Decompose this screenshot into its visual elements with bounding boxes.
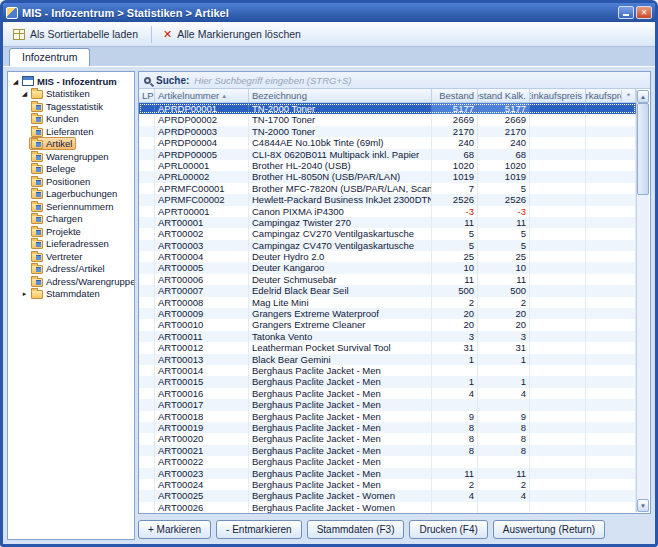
tree-item-tagesstatistik[interactable]: Tagesstatistik [9, 100, 133, 113]
cell-bestand [432, 502, 478, 513]
table-row[interactable]: ART00001Campingaz Twister 2701111 [139, 217, 636, 228]
column-header-artikelnummer[interactable]: Artikelnummer▲ [155, 89, 249, 102]
vertical-scrollbar[interactable]: ▲ ▼ [636, 90, 649, 512]
table-row[interactable]: ART00009Grangers Extreme Waterproof2020 [139, 308, 636, 319]
tree-item-projekte[interactable]: Projekte [9, 225, 133, 238]
cell-einkaufspreis [530, 160, 586, 171]
tree-item-chargen[interactable]: Chargen [9, 213, 133, 226]
auswertung-button[interactable]: Auswertung (Return) [493, 520, 605, 539]
table-row[interactable]: ART00005Deuter Kangaroo1010 [139, 262, 636, 273]
clear-marks-button[interactable]: ✕ Alle Markierungen löschen [157, 25, 309, 43]
table-row[interactable]: ART00007Edelrid Black Bear Seil500500 [139, 285, 636, 296]
table-icon [13, 29, 25, 40]
close-button[interactable]: ✕ [636, 6, 652, 19]
column-header-lp[interactable]: LP [139, 89, 155, 102]
load-sorttable-button[interactable]: Als Sortiertabelle laden [7, 25, 146, 43]
cell-verkaufspreis [586, 479, 636, 490]
cell-bezeichnung: Mag Lite Mini [249, 297, 432, 308]
table-row[interactable]: APRMFC00002Hewlett-Packard Business InkJ… [139, 194, 636, 205]
table-row[interactable]: ART00012Leatherman Pocket Survival Tool3… [139, 342, 636, 353]
table-row[interactable]: ART00010Grangers Extreme Cleaner2020 [139, 319, 636, 330]
table-row[interactable]: ART00013Black Bear Gemini11 [139, 354, 636, 365]
tree-branch-stammdaten[interactable]: ▸Stammdaten [9, 288, 133, 301]
table-row[interactable]: APRDP00003TN-2000 Toner21702170 [139, 126, 636, 137]
stammdaten-button[interactable]: Stammdaten (F3) [307, 520, 405, 539]
scroll-track[interactable] [637, 103, 649, 499]
expand-icon[interactable]: ◢ [11, 78, 20, 85]
tree-item-label: Vertreter [46, 251, 82, 262]
table-row[interactable]: APRL00001Brother HL-2040 (USB)10201020 [139, 160, 636, 171]
expand-icon[interactable]: ▸ [20, 290, 29, 297]
cell-lp [139, 422, 155, 433]
cell-lp [139, 206, 155, 217]
table-row[interactable]: ART00023Berghaus Paclite Jacket - Men111… [139, 468, 636, 479]
scroll-thumb[interactable] [637, 103, 649, 195]
tree-root[interactable]: ◢MIS - Infozentrum [9, 75, 133, 88]
table-row[interactable]: APRDP00004C4844AE No.10bk Tinte (69ml)24… [139, 137, 636, 148]
tab-infozentrum[interactable]: Infozentrum [9, 48, 90, 66]
cell-bestand [432, 365, 478, 376]
tree-branch-statistiken[interactable]: ◢Statistiken [9, 88, 133, 101]
column-chooser-button[interactable]: * [621, 90, 635, 103]
tree-item-lieferadressen[interactable]: Lieferadressen [9, 238, 133, 251]
table-row[interactable]: APRDP00005CLI-8X 0620B011 Multipack inkl… [139, 149, 636, 160]
table-row[interactable]: ART00016Berghaus Paclite Jacket - Men44 [139, 388, 636, 399]
tree-item-kunden[interactable]: Kunden [9, 113, 133, 126]
table-row[interactable]: APRDP00001TN-2000 Toner51775177 [139, 103, 636, 114]
column-header-label: Artikelnummer [158, 90, 219, 101]
tree-item-seriennummern[interactable]: Seriennummern [9, 200, 133, 213]
tree-item-artikel[interactable]: Artikel [9, 138, 133, 151]
tree-item-warengruppen[interactable]: Warengruppen [9, 150, 133, 163]
drucken-button[interactable]: Drucken (F4) [409, 520, 487, 539]
cell-bestand_kalk: 4 [478, 388, 530, 399]
table-row[interactable]: APRL00002Brother HL-8050N (USB/PAR/LAN)1… [139, 171, 636, 182]
table-row[interactable]: ART00021Berghaus Paclite Jacket - Men88 [139, 445, 636, 456]
tree-item-lieferanten[interactable]: Lieferanten [9, 125, 133, 138]
tree-item-lagerbuchungen[interactable]: Lagerbuchungen [9, 188, 133, 201]
search-input[interactable]: Hier Suchbegriff eingeben (STRG+S) [194, 75, 645, 86]
table-row[interactable]: ART00025Berghaus Paclite Jacket - Women4… [139, 490, 636, 501]
table-row[interactable]: ART00017Berghaus Paclite Jacket - Men [139, 399, 636, 410]
scroll-up-button[interactable]: ▲ [637, 90, 649, 103]
table-row[interactable]: ART00014Berghaus Paclite Jacket - Men [139, 365, 636, 376]
table-row[interactable]: ART00006Deuter Schmusebär1111 [139, 274, 636, 285]
column-header-einkaufspreis[interactable]: Einkaufspreis [530, 89, 586, 102]
table-row[interactable]: ART00015Berghaus Paclite Jacket - Men11 [139, 376, 636, 387]
table-row[interactable]: ART00008Mag Lite Mini22 [139, 297, 636, 308]
tree-item-adress-artikel[interactable]: Adress/Artikel [9, 263, 133, 276]
table-row[interactable]: ART00002Campingaz CV270 Ventilgaskartusc… [139, 228, 636, 239]
table-row[interactable]: APRMFC00001Brother MFC-7820N (USB/PAR/LA… [139, 183, 636, 194]
table-row[interactable]: ART00020Berghaus Paclite Jacket - Men88 [139, 433, 636, 444]
table-row[interactable]: ART00024Berghaus Paclite Jacket - Men22 [139, 479, 636, 490]
tree-item-adress-warengruppen[interactable]: Adress/Warengruppen [9, 275, 133, 288]
table-row[interactable]: ART00022Berghaus Paclite Jacket - Men [139, 456, 636, 467]
cell-artikelnummer: ART00023 [155, 468, 249, 479]
minimize-button[interactable] [618, 6, 634, 19]
table-row[interactable]: APRDP00002TN-1700 Toner26692669 [139, 114, 636, 125]
table-row[interactable]: ART00026Berghaus Paclite Jacket - Women [139, 502, 636, 513]
tree-item-vertreter[interactable]: Vertreter [9, 250, 133, 263]
scroll-down-button[interactable]: ▼ [637, 499, 649, 512]
tree-item-label: Tagesstatistik [46, 101, 103, 112]
column-header-bezeichnung[interactable]: Bezeichnung [249, 89, 432, 102]
table-row[interactable]: ART00018Berghaus Paclite Jacket - Men99 [139, 411, 636, 422]
cell-bestand: 2170 [432, 126, 478, 137]
mark-button[interactable]: + Markieren [138, 520, 211, 539]
unmark-button[interactable]: - Entmarkieren [216, 520, 302, 539]
app-window: MIS - Infozentrum > Statistiken > Artike… [0, 0, 658, 547]
cell-bestand_kalk: 8 [478, 433, 530, 444]
table-row[interactable]: ART00019Berghaus Paclite Jacket - Men88 [139, 422, 636, 433]
table-row[interactable]: ART00011Tatonka Vento33 [139, 331, 636, 342]
table-row[interactable]: ART00004Deuter Hydro 2.02525 [139, 251, 636, 262]
cell-lp [139, 126, 155, 137]
cell-verkaufspreis [586, 354, 636, 365]
cell-lp [139, 297, 155, 308]
tree-item-belege[interactable]: Belege [9, 163, 133, 176]
cell-lp [139, 160, 155, 171]
expand-icon[interactable]: ◢ [20, 90, 29, 97]
table-row[interactable]: APRT00001Canon PIXMA iP4300-3-3 [139, 206, 636, 217]
table-row[interactable]: ART00003Campingaz CV470 Ventilgaskartusc… [139, 240, 636, 251]
column-header-bestand_kalk[interactable]: Bestand Kalk. [478, 89, 530, 102]
column-header-bestand[interactable]: Bestand [432, 89, 478, 102]
tree-item-positionen[interactable]: Positionen [9, 175, 133, 188]
